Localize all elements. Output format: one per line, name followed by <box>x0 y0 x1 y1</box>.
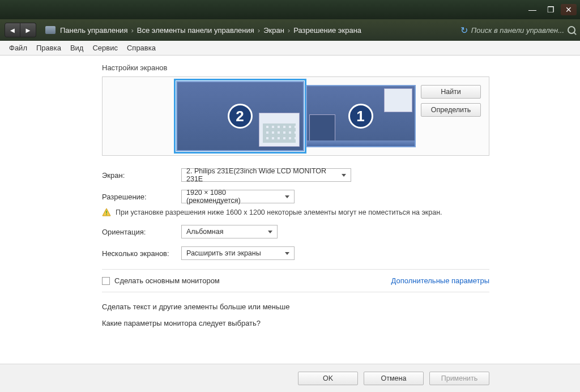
identify-button[interactable]: Определить <box>421 103 481 117</box>
text-size-link[interactable]: Сделать текст и другие элементы больше и… <box>102 302 489 311</box>
breadcrumb-item[interactable]: Панель управления <box>60 26 127 35</box>
warning-icon <box>102 208 111 217</box>
breadcrumb-item[interactable]: Экран <box>263 26 284 35</box>
svg-rect-2 <box>106 214 107 215</box>
search-icon <box>568 26 575 34</box>
refresh-icon[interactable]: ↻ <box>460 25 468 36</box>
monitor-2[interactable]: 2 <box>176 81 304 151</box>
which-settings-link[interactable]: Какие параметры монитора следует выбрать… <box>102 319 489 327</box>
breadcrumb-item[interactable]: Разрешение экрана <box>293 26 361 35</box>
multiple-displays-label: Несколько экранов: <box>102 249 181 258</box>
screen-select[interactable]: 2. Philips 231E(23inch Wide LCD MONITOR … <box>181 168 351 182</box>
window-maximize-button[interactable]: ❐ <box>543 4 558 15</box>
display-preview: 2 1 Найти Определить <box>102 76 489 156</box>
address-bar: ◄ ► Панель управления› Все элементы пане… <box>0 19 580 41</box>
monitor-1[interactable]: 1 <box>306 85 416 147</box>
apply-button[interactable]: Применить <box>429 372 489 385</box>
orientation-label: Ориентация: <box>102 228 181 236</box>
search-box[interactable]: Поиск в панели управлен... <box>471 26 575 35</box>
menu-edit[interactable]: Правка <box>32 42 66 54</box>
resolution-select[interactable]: 1920 × 1080 (рекомендуется) <box>181 190 295 203</box>
ok-button[interactable]: OK <box>298 372 358 385</box>
dialog-button-bar: OK Отмена Применить <box>0 364 580 392</box>
search-placeholder: Поиск в панели управлен... <box>471 26 564 35</box>
taskbar-icon <box>307 140 415 146</box>
window-thumbnail-icon <box>309 114 335 144</box>
menu-file[interactable]: Файл <box>5 42 32 54</box>
resolution-warning: При установке разрешения ниже 1600 x 120… <box>116 208 442 216</box>
make-primary-label: Сделать основным монитором <box>114 276 220 285</box>
window-chrome: — ❐ ✕ <box>0 0 580 19</box>
monitor-number: 1 <box>348 104 373 129</box>
make-primary-checkbox[interactable] <box>102 277 110 285</box>
window-close-button[interactable]: ✕ <box>561 4 577 15</box>
nav-back-button[interactable]: ◄ <box>5 23 20 37</box>
monitor-number: 2 <box>228 104 253 129</box>
orientation-select[interactable]: Альбомная <box>181 225 278 238</box>
multiple-displays-select[interactable]: Расширить эти экраны <box>181 246 295 260</box>
menu-view[interactable]: Вид <box>66 42 88 54</box>
find-button[interactable]: Найти <box>421 85 481 99</box>
breadcrumb[interactable]: Панель управления› Все элементы панели у… <box>60 26 460 35</box>
advanced-settings-link[interactable]: Дополнительные параметры <box>391 276 489 285</box>
control-panel-icon <box>45 26 56 34</box>
resolution-label: Разрешение: <box>102 193 181 201</box>
cancel-button[interactable]: Отмена <box>364 372 424 385</box>
menu-bar: Файл Правка Вид Сервис Справка <box>0 41 580 56</box>
menu-tools[interactable]: Сервис <box>88 42 122 54</box>
nav-forward-button[interactable]: ► <box>20 23 36 37</box>
window-minimize-button[interactable]: — <box>524 4 540 15</box>
window-thumbnail-icon <box>259 113 300 147</box>
menu-help[interactable]: Справка <box>122 42 160 54</box>
window-thumbnail-icon <box>384 88 412 112</box>
svg-rect-1 <box>106 211 107 214</box>
screen-label: Экран: <box>102 171 181 180</box>
page-title: Настройки экранов <box>102 63 489 72</box>
breadcrumb-item[interactable]: Все элементы панели управления <box>137 26 254 35</box>
